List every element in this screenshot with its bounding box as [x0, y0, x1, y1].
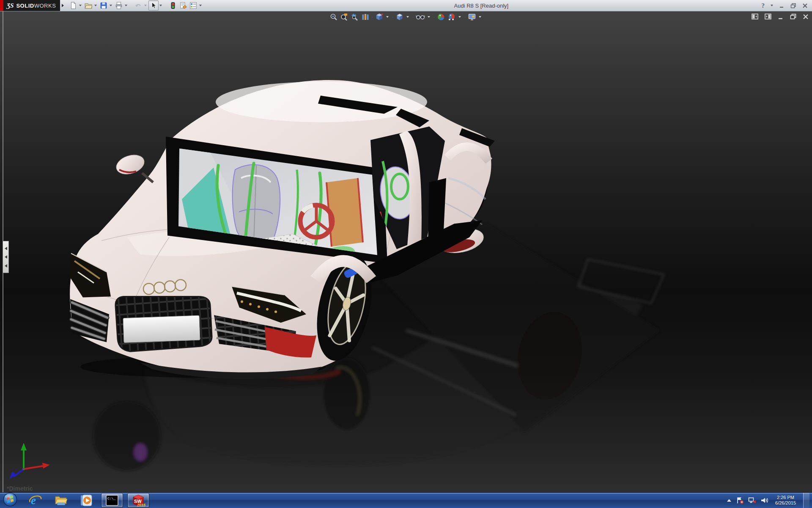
title-bar: ƷS SOLIDWORKS	[0, 0, 812, 11]
select-tool-button[interactable]	[148, 0, 159, 11]
clock-date: 6/26/2015	[775, 500, 796, 506]
main-toolbar	[68, 0, 203, 11]
minimize-button[interactable]	[779, 3, 785, 8]
taskbar-windows-explorer[interactable]	[54, 494, 68, 507]
undo-button[interactable]	[133, 0, 143, 11]
brand-red-stripe	[0, 0, 3, 11]
volume-icon[interactable]	[760, 497, 769, 504]
options-button[interactable]	[188, 0, 198, 11]
new-dropdown[interactable]	[79, 5, 82, 6]
windows-start-orb-icon	[3, 492, 18, 507]
heads-up-view-toolbar: · · ·	[329, 12, 483, 22]
collapse-arrow-icon	[5, 255, 7, 259]
graphics-area[interactable]: · · ·	[0, 11, 812, 493]
media-player-icon	[80, 494, 93, 507]
apply-scene-icon	[447, 13, 456, 21]
open-folder-icon	[85, 2, 92, 9]
open-button[interactable]	[83, 0, 93, 11]
feature-pane-tab[interactable]	[3, 241, 9, 273]
select-dropdown[interactable]	[159, 5, 162, 6]
print-dropdown[interactable]	[125, 5, 127, 6]
show-feature-pane-button[interactable]	[752, 14, 758, 19]
taskbar-media-player[interactable]	[80, 494, 93, 507]
display-style-dropdown[interactable]	[406, 16, 409, 18]
collapse-arrow-icon	[5, 264, 7, 268]
close-button[interactable]	[802, 3, 808, 8]
window-title: Audi R8 S [Read-only]	[203, 3, 759, 9]
display-style-button[interactable]	[395, 12, 404, 22]
rebuild-traffic-light-icon	[169, 2, 177, 9]
save-button[interactable]	[99, 0, 109, 11]
print-button[interactable]	[114, 0, 124, 11]
hud-separator: ·	[433, 15, 435, 19]
y-axis-arrow	[21, 443, 27, 450]
document-window-controls	[752, 14, 809, 19]
show-display-pane-button[interactable]	[765, 14, 771, 19]
network-disconnected-icon[interactable]	[748, 497, 757, 504]
show-hidden-icons-button[interactable]	[726, 498, 732, 502]
hide-show-dropdown[interactable]	[428, 16, 430, 18]
glasses-icon	[416, 13, 425, 21]
zoom-to-fit-button[interactable]	[329, 12, 338, 22]
undo-dropdown[interactable]	[144, 5, 147, 6]
appearance-sphere-icon	[437, 13, 445, 21]
hud-separator: ·	[372, 15, 373, 19]
show-desktop-button[interactable]	[803, 493, 809, 508]
doc-minimize-button[interactable]	[778, 14, 784, 19]
doc-close-button[interactable]	[803, 14, 809, 19]
file-properties-button[interactable]	[178, 0, 188, 11]
start-button[interactable]	[3, 492, 18, 508]
clock-time: 2:26 PM	[775, 495, 796, 500]
taskbar: e C:\_	[0, 492, 812, 508]
section-view-button[interactable]	[361, 12, 370, 22]
folder-icon	[54, 494, 68, 507]
new-document-button[interactable]	[68, 0, 78, 11]
zoom-to-area-button[interactable]	[340, 12, 349, 22]
previous-view-icon	[351, 13, 359, 21]
edit-appearance-button[interactable]	[436, 12, 446, 22]
rebuild-button[interactable]	[168, 0, 178, 11]
help-button[interactable]: ?	[762, 2, 765, 9]
taskbar-solidworks[interactable]: SW 2015	[127, 493, 149, 508]
taskbar-clock[interactable]: 2:26 PM 6/26/2015	[775, 495, 796, 506]
action-center-icon[interactable]	[736, 497, 744, 504]
save-icon	[100, 2, 107, 9]
view-orientation-cube-icon	[375, 13, 384, 21]
apply-scene-button[interactable]	[447, 12, 456, 22]
taskbar-command-prompt[interactable]: C:\_	[101, 493, 123, 508]
collapse-arrow-icon	[5, 247, 7, 250]
solidworks-logo[interactable]: ƷS SOLIDWORKS	[3, 0, 60, 11]
left-mirror	[114, 152, 153, 182]
new-document-icon	[69, 2, 77, 9]
license-plate	[123, 315, 200, 342]
model-audi-r8	[0, 11, 812, 493]
solidworks-2015-icon: SW 2015	[131, 494, 145, 507]
system-tray: 2:26 PM 6/26/2015	[726, 493, 812, 508]
menu-expand-arrow[interactable]	[62, 4, 64, 7]
view-settings-dropdown[interactable]	[479, 16, 481, 18]
view-settings-button[interactable]	[467, 12, 477, 22]
triad-origin	[22, 468, 25, 470]
hide-show-items-button[interactable]	[415, 12, 425, 22]
hud-separator: ·	[464, 15, 466, 19]
file-properties-icon	[179, 2, 187, 9]
taskbar-internet-explorer[interactable]: e	[29, 494, 42, 507]
restore-button[interactable]	[790, 3, 796, 8]
ds-logo-mark: ƷS	[7, 2, 14, 9]
options-icon	[189, 2, 197, 9]
view-orientation-label: *Dimetric	[7, 485, 33, 492]
sw-year: 2015	[137, 503, 145, 507]
orientation-triad[interactable]	[5, 437, 52, 481]
help-dropdown[interactable]	[771, 5, 773, 6]
view-orientation-dropdown[interactable]	[386, 16, 389, 18]
previous-view-button[interactable]	[350, 12, 359, 22]
save-dropdown[interactable]	[110, 5, 112, 6]
doc-restore-button[interactable]	[790, 14, 796, 19]
solidworks-window: ƷS SOLIDWORKS	[0, 0, 812, 508]
display-style-cube-icon	[395, 13, 404, 21]
x-axis	[24, 466, 45, 469]
view-orientation-button[interactable]	[375, 12, 384, 22]
options-dropdown[interactable]	[199, 5, 202, 6]
apply-scene-dropdown[interactable]	[458, 16, 461, 18]
open-dropdown[interactable]	[94, 5, 97, 6]
